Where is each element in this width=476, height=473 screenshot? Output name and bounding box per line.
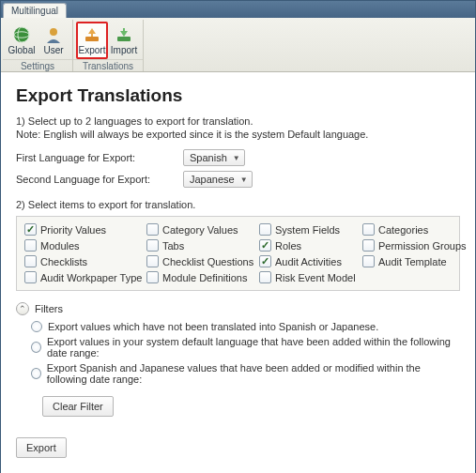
first-language-value: Spanish — [190, 152, 227, 163]
ribbon-group-settings: Global User Settings — [3, 20, 73, 71]
export-item-checkbox[interactable]: System Fields — [259, 223, 362, 236]
filter-option-3-radio[interactable] — [31, 368, 41, 379]
filter-option-1-label: Export values which have not been transl… — [48, 321, 378, 332]
second-language-label: Second Language for Export: — [16, 174, 176, 185]
export-tool-label: Export — [79, 45, 106, 55]
checkbox-icon — [362, 223, 375, 236]
checkbox-icon — [24, 223, 37, 236]
export-icon — [83, 25, 101, 44]
checkbox-icon — [259, 271, 271, 283]
checkbox-icon — [259, 239, 271, 252]
user-button[interactable]: User — [38, 22, 69, 59]
export-item-checkbox[interactable]: Category Values — [146, 223, 259, 236]
export-item-checkbox[interactable]: Audit Template — [362, 255, 467, 267]
filter-option-3-label: Export Spanish and Japanese values that … — [47, 362, 460, 385]
checkbox-icon — [146, 239, 159, 252]
user-label: User — [43, 45, 63, 55]
filter-option-1-radio[interactable] — [31, 321, 42, 332]
first-language-label: First Language for Export: — [16, 152, 176, 163]
export-item-label: Module Definitions — [162, 272, 248, 283]
chevron-down-icon: ▼ — [233, 154, 240, 162]
export-item-checkbox[interactable]: Risk Event Model — [259, 271, 362, 283]
import-tool-label: Import — [111, 45, 137, 55]
export-items-box: Priority ValuesCategory ValuesSystem Fie… — [16, 216, 460, 291]
step1-note: Note: English will always be exported si… — [16, 129, 460, 140]
checkbox-icon — [259, 255, 271, 267]
global-button[interactable]: Global — [6, 22, 38, 59]
export-item-checkbox[interactable]: Modules — [24, 239, 146, 252]
export-item-checkbox[interactable]: Priority Values — [24, 223, 146, 236]
chevron-down-icon: ▼ — [240, 175, 248, 184]
global-label: Global — [8, 45, 36, 55]
export-item-label: Tabs — [162, 240, 184, 252]
export-item-checkbox[interactable]: Audit Activities — [259, 255, 362, 267]
export-item-checkbox[interactable]: Categories — [362, 223, 467, 236]
export-item-checkbox[interactable]: Checklists — [24, 255, 146, 267]
user-icon — [44, 25, 63, 44]
checkbox-icon — [146, 255, 159, 267]
filters-heading: Filters — [35, 303, 63, 314]
tab-multilingual[interactable]: Multilingual — [3, 3, 67, 18]
ribbon: Global User Settings Export — [1, 18, 475, 72]
export-item-label: Modules — [40, 240, 80, 252]
checkbox-icon — [24, 271, 37, 283]
export-item-label: Audit Template — [378, 256, 447, 267]
filter-option-2-radio[interactable] — [31, 342, 41, 353]
step1-text: 1) Select up to 2 languages to export fo… — [16, 115, 460, 127]
export-item-label: Roles — [275, 240, 301, 252]
checkbox-icon — [362, 239, 375, 252]
page-title: Export Translations — [16, 85, 460, 106]
export-item-checkbox[interactable]: Tabs — [146, 239, 259, 252]
ribbon-group-translations: Export Import Translations — [73, 20, 144, 71]
checkbox-icon — [24, 239, 37, 252]
step2-text: 2) Select items to export for translatio… — [16, 199, 460, 210]
export-item-checkbox[interactable]: Roles — [259, 239, 362, 252]
export-item-label: Checklist Questions — [162, 256, 253, 267]
second-language-select[interactable]: Japanese ▼ — [183, 171, 253, 188]
checkbox-icon — [362, 255, 375, 267]
export-item-checkbox[interactable]: Permission Groups — [362, 239, 467, 252]
ribbon-group-label-settings: Settings — [3, 59, 72, 73]
import-tool-button[interactable]: Import — [108, 22, 140, 59]
import-icon — [115, 25, 133, 44]
filters-collapse-button[interactable]: ⌃ — [16, 302, 29, 315]
export-item-label: Checklists — [40, 256, 87, 267]
export-item-label: Permission Groups — [378, 240, 467, 252]
export-item-label: System Fields — [275, 224, 340, 236]
checkbox-icon — [146, 271, 159, 283]
export-item-label: Audit Workpaper Type — [40, 272, 142, 283]
export-item-label: Category Values — [162, 224, 238, 236]
export-tool-button[interactable]: Export — [76, 22, 108, 59]
export-item-checkbox[interactable]: Checklist Questions — [146, 255, 259, 267]
export-item-checkbox[interactable]: Module Definitions — [146, 271, 259, 283]
clear-filter-button[interactable]: Clear Filter — [42, 396, 114, 417]
export-item-label: Audit Activities — [275, 256, 342, 267]
export-item-label: Priority Values — [40, 224, 106, 236]
export-button[interactable]: Export — [16, 437, 67, 458]
export-item-label: Risk Event Model — [275, 272, 356, 283]
ribbon-group-label-translations: Translations — [73, 59, 143, 73]
globe-icon — [12, 25, 31, 44]
second-language-value: Japanese — [190, 174, 235, 185]
checkbox-icon — [146, 223, 159, 236]
svg-rect-3 — [85, 37, 99, 41]
export-item-label: Categories — [378, 224, 428, 236]
svg-rect-4 — [117, 37, 131, 41]
filter-option-2-label: Export values in your system default lan… — [47, 336, 460, 359]
checkbox-icon — [259, 223, 271, 236]
export-item-checkbox[interactable]: Audit Workpaper Type — [24, 271, 146, 283]
checkbox-icon — [24, 255, 37, 267]
svg-point-2 — [50, 28, 57, 36]
first-language-select[interactable]: Spanish ▼ — [183, 149, 245, 166]
main-panel: Export Translations 1) Select up to 2 la… — [1, 72, 475, 473]
